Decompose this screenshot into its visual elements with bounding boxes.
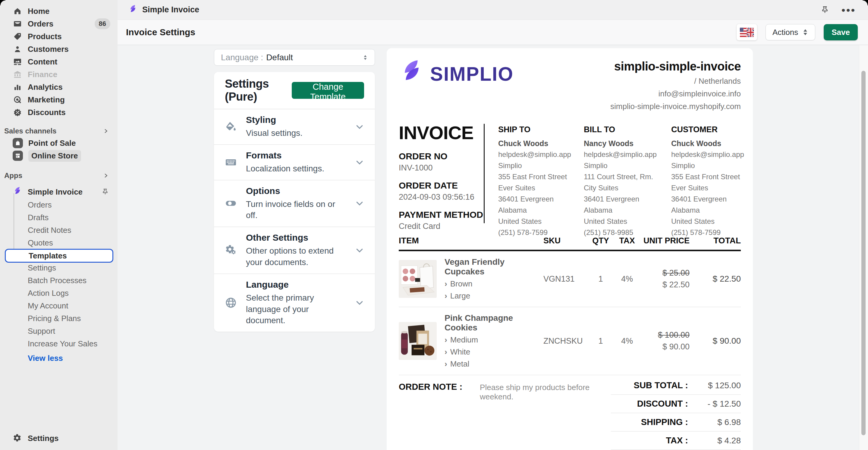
language-flag-button[interactable] [737, 24, 757, 40]
sidebar-item-app-settings[interactable]: Settings [5, 261, 113, 274]
address-heading: BILL TO [584, 125, 665, 134]
sidebar-item-app-pricing-plans[interactable]: Pricing & Plans [5, 312, 113, 325]
sidebar-item-content[interactable]: Content [5, 56, 113, 68]
sub-item-label: Credit Notes [28, 226, 71, 235]
sidebar-item-finance[interactable]: Finance [5, 68, 113, 81]
accordion-language[interactable]: Language Select the primary language of … [214, 274, 375, 332]
sidebar-item-point-of-sale[interactable]: Point of Sale [5, 137, 113, 150]
screen-corner [0, 0, 5, 5]
scrollbar-track[interactable] [859, 45, 868, 450]
pin-icon[interactable] [820, 6, 830, 14]
chevron-right-icon [103, 128, 108, 134]
sidebar-item-app-templates[interactable]: Templates [5, 249, 113, 263]
meta-label: ORDER NO [399, 151, 484, 161]
pin-icon[interactable] [101, 188, 109, 196]
change-template-button[interactable]: Change Template [292, 82, 364, 99]
settings-column: Language : Default Settings (Pure) Chang… [214, 49, 375, 332]
sidebar-item-products[interactable]: Products [5, 30, 113, 43]
person-icon [13, 44, 22, 54]
sidebar-item-app-batch-processes[interactable]: Batch Processes [5, 274, 113, 287]
sidebar-item-online-store[interactable]: Online Store [5, 150, 113, 162]
language-select-prefix: Language : [221, 53, 263, 62]
template-language-select[interactable]: Language : Default [214, 49, 375, 66]
sidebar-item-settings[interactable]: Settings [5, 432, 113, 445]
sidebar: Home Orders 86 Products Customers [0, 0, 118, 450]
actions-button[interactable]: Actions [766, 24, 815, 40]
chevron-down-icon [355, 199, 364, 208]
sub-item-label: Quotes [28, 238, 53, 248]
sub-item-label: Support [28, 326, 55, 336]
settings-card-title: Settings (Pure) [225, 77, 292, 103]
order-note-text: Please ship my products before weekend. [480, 382, 611, 450]
settings-card: Settings (Pure) Change Template Styling … [214, 72, 375, 332]
product-name: Vegan Friendly Cupcakes [444, 257, 544, 277]
total-row-subtotal: SUB TOTAL :$ 125.00 [611, 377, 741, 395]
accordion-styling[interactable]: Styling Visual settings. [214, 109, 375, 145]
sidebar-item-home[interactable]: Home [5, 5, 113, 18]
cell-qty: 1 [589, 275, 613, 284]
sidebar-item-label: Home [28, 7, 50, 16]
sub-item-label: Settings [28, 263, 56, 272]
topbar-app-title: Simple Invoice [142, 5, 199, 14]
sidebar-item-app-credit-notes[interactable]: Credit Notes [5, 224, 113, 236]
sub-item-label: My Account [28, 301, 68, 311]
order-number: INV-1000 [399, 163, 484, 172]
orders-count-badge: 86 [95, 19, 110, 29]
store-name: simplio-simple-invoice [610, 60, 741, 73]
table-row: Pink Champagne Cookies ›Medium ›White ›M… [399, 307, 741, 375]
keyboard-icon [225, 156, 237, 168]
product-option: ›Metal [444, 359, 544, 369]
paint-bucket-icon [225, 121, 237, 133]
sidebar-item-label: Point of Sale [28, 138, 76, 148]
sidebar-item-app-orders[interactable]: Orders [5, 198, 113, 211]
sidebar-item-label: Settings [28, 434, 59, 443]
screen-corner [863, 0, 868, 5]
product-option: ›Brown [444, 279, 544, 289]
sidebar-item-app-support[interactable]: Support [5, 325, 113, 338]
accordion-options[interactable]: Options Turn invoice fields on or off. [214, 181, 375, 227]
sidebar-item-analytics[interactable]: Analytics [5, 81, 113, 93]
col-header-total: TOTAL [689, 236, 741, 246]
view-less-link[interactable]: View less [28, 352, 63, 364]
media-icon [13, 57, 22, 67]
accordion-desc: Localization settings. [246, 163, 324, 174]
col-header-unit-price: UNIT PRICE [641, 236, 689, 246]
sub-item-label: Action Logs [28, 289, 69, 298]
sidebar-item-discounts[interactable]: Discounts [5, 106, 113, 119]
sidebar-item-simple-invoice-app[interactable]: Simple Invoice [5, 186, 113, 198]
sidebar-item-app-drafts[interactable]: Drafts [5, 211, 113, 224]
sidebar-item-label: Discounts [28, 108, 66, 117]
sidebar-item-marketing[interactable]: Marketing [5, 93, 113, 106]
sort-caret-icon [802, 28, 808, 36]
gear-icon [13, 433, 22, 443]
sidebar-item-app-quotes[interactable]: Quotes [5, 236, 113, 249]
actions-label: Actions [772, 28, 798, 37]
scrollbar-thumb[interactable] [861, 71, 866, 435]
accordion-title: Other Settings [246, 232, 345, 243]
orders-icon [13, 19, 22, 29]
sub-item-label: Pricing & Plans [28, 314, 81, 323]
language-select-value: Default [266, 53, 293, 62]
accordion-formats[interactable]: Formats Localization settings. [214, 145, 375, 181]
sidebar-item-app-action-logs[interactable]: Action Logs [5, 287, 113, 299]
simplio-logo-mark [399, 60, 425, 89]
globe-icon [225, 297, 237, 309]
topbar: Simple Invoice ••• [118, 0, 868, 20]
unit-price-original: $ 100.00 [641, 330, 689, 340]
sidebar-item-app-increase-sales[interactable]: Increase Your Sales [5, 338, 113, 350]
accordion-other-settings[interactable]: Other Settings Other options to extend y… [214, 227, 375, 274]
apps-header[interactable]: Apps [4, 169, 113, 182]
more-options-icon[interactable]: ••• [841, 7, 856, 13]
address-line: Simplio [498, 161, 580, 170]
sidebar-item-orders[interactable]: Orders 86 [5, 18, 113, 30]
save-button[interactable]: Save [824, 24, 858, 40]
address-name: Chuck Woods [498, 139, 580, 148]
sidebar-item-customers[interactable]: Customers [5, 43, 113, 56]
sales-channels-header[interactable]: Sales channels [4, 125, 113, 137]
sidebar-item-app-my-account[interactable]: My Account [5, 299, 113, 312]
product-option: ›White [444, 347, 544, 357]
customer-block: CUSTOMER Chuck Woods helpdesk@simplio.ap… [671, 125, 752, 237]
ship-to-block: SHIP TO Chuck Woods helpdesk@simplio.app… [498, 125, 580, 237]
product-option: ›Large [444, 291, 544, 300]
col-header-sku: SKU [544, 236, 589, 246]
